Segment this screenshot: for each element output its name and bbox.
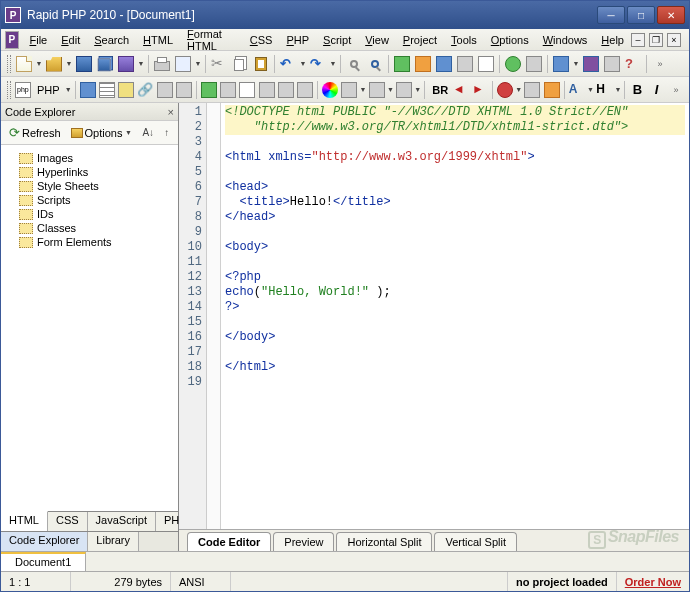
copy-button[interactable]: [230, 54, 250, 74]
menu-html[interactable]: HTML: [136, 32, 180, 48]
undo-dropdown[interactable]: ▼: [299, 60, 307, 67]
menu-edit[interactable]: Edit: [54, 32, 87, 48]
order-now-link[interactable]: Order Now: [617, 576, 689, 588]
tool-e-button[interactable]: [476, 54, 496, 74]
sort-asc-button[interactable]: A↓: [138, 124, 158, 141]
uncomment-button[interactable]: [523, 80, 541, 100]
save-all-button[interactable]: [95, 54, 115, 74]
menu-options[interactable]: Options: [484, 32, 536, 48]
menu-css[interactable]: CSS: [243, 32, 280, 48]
image-button[interactable]: [117, 80, 135, 100]
char-dropdown[interactable]: ▼: [359, 86, 366, 93]
publish-button[interactable]: [602, 54, 622, 74]
toolbar-grip[interactable]: [7, 55, 11, 73]
format-button[interactable]: [524, 54, 544, 74]
snippet-dropdown[interactable]: ▼: [414, 86, 421, 93]
save-button[interactable]: [74, 54, 94, 74]
panel-tab-code-explorer[interactable]: Code Explorer: [1, 532, 88, 551]
mdi-close-button[interactable]: ×: [667, 33, 681, 47]
anchor-dropdown[interactable]: ▼: [587, 86, 594, 93]
document-tab[interactable]: Document1: [1, 552, 86, 571]
paste-button[interactable]: [251, 54, 271, 74]
italic-button[interactable]: I: [648, 80, 666, 100]
snippet-button[interactable]: [395, 80, 413, 100]
tree-item-form-elements[interactable]: Form Elements: [5, 235, 174, 249]
select-button[interactable]: [277, 80, 295, 100]
tool-chevrons[interactable]: »: [650, 54, 670, 74]
lang-tab-html[interactable]: HTML: [1, 511, 48, 531]
menu-help[interactable]: Help: [594, 32, 631, 48]
anchor-button[interactable]: A: [568, 80, 586, 100]
indent-right-button[interactable]: ►: [471, 80, 489, 100]
preview-browser-button[interactable]: [173, 54, 193, 74]
editor-tab-preview[interactable]: Preview: [273, 532, 334, 551]
fold-margin[interactable]: [207, 103, 221, 529]
panel-tab-library[interactable]: Library: [88, 532, 139, 551]
lang-tab-javascript[interactable]: JavaScript: [88, 512, 156, 531]
div-button[interactable]: [200, 80, 218, 100]
tool2-chevrons[interactable]: »: [667, 80, 685, 100]
open-dropdown[interactable]: ▼: [65, 60, 73, 67]
print-button[interactable]: [152, 54, 172, 74]
form-button[interactable]: [156, 80, 174, 100]
comment-dropdown[interactable]: ▼: [515, 86, 522, 93]
code-content[interactable]: <!DOCTYPE html PUBLIC "-//W3C//DTD XHTML…: [221, 103, 689, 529]
open-button[interactable]: [44, 54, 64, 74]
br-button[interactable]: BR: [428, 84, 450, 96]
menu-file[interactable]: File: [23, 32, 55, 48]
entity-dropdown[interactable]: ▼: [387, 86, 394, 93]
menu-script[interactable]: Script: [316, 32, 358, 48]
redo-button[interactable]: ↷: [308, 54, 328, 74]
tree-item-ids[interactable]: IDs: [5, 207, 174, 221]
tool-d-button[interactable]: [455, 54, 475, 74]
color-button[interactable]: [321, 80, 339, 100]
menu-windows[interactable]: Windows: [536, 32, 595, 48]
indent-left-button[interactable]: ◄: [452, 80, 470, 100]
app-menu-icon[interactable]: P: [5, 31, 19, 49]
menu-search[interactable]: Search: [87, 32, 136, 48]
menu-format-html[interactable]: Format HTML: [180, 26, 243, 54]
frame-button[interactable]: [175, 80, 193, 100]
save-as-dropdown[interactable]: ▼: [137, 60, 145, 67]
cut-button[interactable]: ✂: [209, 54, 229, 74]
new-button[interactable]: [14, 54, 34, 74]
tree-item-scripts[interactable]: Scripts: [5, 193, 174, 207]
new-dropdown[interactable]: ▼: [35, 60, 43, 67]
bookmark-button[interactable]: [543, 80, 561, 100]
toolbar2-grip[interactable]: [7, 81, 11, 99]
refresh-button[interactable]: ⟳ Refresh: [5, 122, 65, 143]
redo-dropdown[interactable]: ▼: [329, 60, 337, 67]
entity-button[interactable]: [368, 80, 386, 100]
upload-button[interactable]: [551, 54, 571, 74]
heading-button[interactable]: H: [595, 80, 613, 100]
tree-item-style-sheets[interactable]: Style Sheets: [5, 179, 174, 193]
preview-dropdown[interactable]: ▼: [194, 60, 202, 67]
tag-button[interactable]: [79, 80, 97, 100]
tool-c-button[interactable]: [434, 54, 454, 74]
textarea-button[interactable]: [296, 80, 314, 100]
maximize-button[interactable]: □: [627, 6, 655, 24]
link-button[interactable]: 🔗: [136, 80, 154, 100]
menu-tools[interactable]: Tools: [444, 32, 484, 48]
input-button[interactable]: [257, 80, 275, 100]
validate-button[interactable]: [503, 54, 523, 74]
heading-dropdown[interactable]: ▼: [614, 86, 621, 93]
close-button[interactable]: ✕: [657, 6, 685, 24]
tool-a-button[interactable]: [392, 54, 412, 74]
undo-button[interactable]: ↶: [278, 54, 298, 74]
upload-dropdown[interactable]: ▼: [572, 60, 580, 67]
char-button[interactable]: [340, 80, 358, 100]
find-button[interactable]: [344, 54, 364, 74]
code-editor[interactable]: 12345678910111213141516171819 <!DOCTYPE …: [179, 103, 689, 529]
mdi-restore-button[interactable]: ❐: [649, 33, 663, 47]
options-button[interactable]: Options ▼: [67, 124, 137, 142]
tool-b-button[interactable]: [413, 54, 433, 74]
sort-desc-button[interactable]: ↑: [160, 124, 173, 141]
editor-tab-vertical-split[interactable]: Vertical Split: [434, 532, 517, 551]
language-dropdown[interactable]: ▼: [65, 86, 72, 93]
tree-item-images[interactable]: Images: [5, 151, 174, 165]
menu-project[interactable]: Project: [396, 32, 444, 48]
save-as-button[interactable]: [116, 54, 136, 74]
editor-tab-code-editor[interactable]: Code Editor: [187, 532, 271, 551]
tree-item-hyperlinks[interactable]: Hyperlinks: [5, 165, 174, 179]
